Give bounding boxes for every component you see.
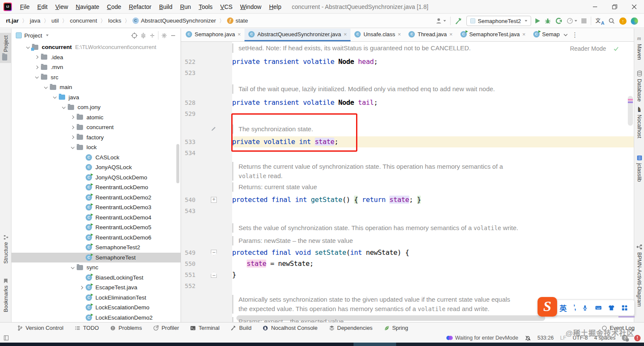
sogou-ime-logo[interactable]: S (538, 297, 557, 317)
editor-tab-thread-java[interactable]: CThread.java× (405, 29, 456, 41)
chevron-right-icon[interactable] (68, 136, 77, 138)
close-icon[interactable]: × (238, 32, 241, 37)
nocalhost-status[interactable]: Waiting for enter DevMode (446, 335, 518, 341)
chevron-down-icon[interactable] (50, 96, 59, 98)
toolwindow-button-problems[interactable]: Problems (110, 325, 142, 331)
build-hammer-icon[interactable] (455, 17, 462, 25)
editor-tab-semap[interactable]: CSemap (529, 29, 561, 41)
code-editor[interactable]: setHead. Note: If head exists, its waitS… (181, 42, 634, 322)
toolwindow-button-dependencies[interactable]: Dependencies (329, 325, 373, 331)
run-with-coverage-button[interactable] (555, 17, 562, 24)
stop-button[interactable] (581, 18, 586, 23)
toolwindow-toggle-icon[interactable] (3, 335, 9, 341)
close-icon[interactable]: × (344, 32, 347, 37)
menu-item-refactor[interactable]: Refactor (125, 0, 155, 14)
tree-item-biasedlockingtest[interactable]: CBiasedLockingTest (12, 273, 181, 283)
fold-marker-icon[interactable] (211, 197, 217, 203)
breadcrumb-item-concurrent[interactable]: concurrent (70, 17, 97, 24)
inspections-ok-icon[interactable] (613, 46, 619, 52)
menu-item-edit[interactable]: Edit (34, 0, 52, 14)
breadcrumb-item-util[interactable]: util (52, 17, 59, 24)
tabs-more-icon[interactable]: ⋮ (570, 29, 580, 41)
ime-mic-icon[interactable] (582, 305, 588, 311)
toolwindow-button-spring[interactable]: Spring (384, 325, 408, 331)
tree-item-reentrantlockdemo3[interactable]: CReentrantLockDemo3 (12, 202, 181, 213)
tool-tab-maven[interactable]: mMaven (634, 35, 644, 60)
tree-item-semaphonetest2[interactable]: CSemaphoneTest2 (12, 242, 181, 253)
tree-item-escapetest-java[interactable]: CEscapeTest.java (12, 283, 181, 293)
doc-comment-line[interactable]: setHead. Note: If head exists, its waitS… (181, 42, 634, 56)
tree-item-reentrantlockdemo4[interactable]: CReentrantLockDemo4 (12, 213, 181, 223)
project-panel-title[interactable]: Project (24, 32, 42, 39)
tree-item-reentrantlockdemo6[interactable]: CReentrantLockDemo6 (12, 233, 181, 243)
toolwindow-button-nocalhost-console[interactable]: Nocalhost Console (262, 325, 317, 331)
menu-item-code[interactable]: Code (103, 0, 125, 14)
tool-tab-database[interactable]: Database (634, 70, 644, 102)
tool-tab-structure[interactable]: Structure (0, 232, 12, 266)
expand-all-icon[interactable] (140, 32, 147, 39)
tree-item-jonyaqslockdemo[interactable]: CJonyAQSLockDemo (12, 173, 181, 183)
breadcrumb-item-state[interactable]: fstate (227, 17, 248, 24)
translate-icon[interactable]: 文A (595, 17, 604, 25)
code-line[interactable]: 549protected final void setState(int new… (181, 247, 634, 258)
ime-toolbox-icon[interactable] (621, 305, 628, 311)
editor-tab-unsafe-class[interactable]: CUnsafe.class× (351, 29, 405, 41)
user-profile-icon[interactable] (435, 17, 446, 24)
doc-comment-line[interactable]: Tail of the wait queue, lazily initializ… (181, 78, 634, 97)
chevron-right-icon[interactable] (32, 56, 41, 58)
doc-comment-line[interactable]: The synchronization state. (181, 119, 634, 136)
breadcrumb-item-locks[interactable]: locks (108, 17, 121, 24)
tree-item--mvn[interactable]: .mvn (12, 62, 181, 72)
settings-gear-icon[interactable] (161, 32, 167, 39)
tree-item-factory[interactable]: factory (12, 133, 181, 143)
tree-item-caslock[interactable]: CCASLock (12, 153, 181, 163)
editor-tab-semaphore-java[interactable]: CSemaphore.java× (182, 29, 244, 41)
code-line[interactable]: 522private transient volatile Node head; (181, 56, 634, 67)
locate-file-icon[interactable] (131, 32, 138, 39)
tool-tab-bookmarks[interactable]: Bookmarks (0, 276, 12, 315)
menu-item-navigate[interactable]: Navigate (72, 0, 103, 14)
breadcrumb-item-rt.jar[interactable]: rt.jar (6, 17, 19, 24)
chevron-down-icon[interactable] (68, 266, 77, 269)
tree-item-sync[interactable]: sync (12, 262, 181, 273)
tool-tab-project[interactable]: Project (0, 33, 12, 63)
chevron-right-icon[interactable] (77, 286, 86, 289)
chevron-right-icon[interactable] (32, 66, 41, 69)
doc-comment-line[interactable]: Returns: current state value (181, 182, 634, 194)
run-configuration-select[interactable]: SemaphoneTest2 (466, 16, 531, 26)
tree-item-concurrent[interactable]: concurrent (12, 122, 181, 133)
doc-comment-line[interactable]: Sets the value of synchronization state.… (181, 216, 634, 236)
error-indicator-icon[interactable]: ! (634, 335, 641, 341)
tree-item--idea[interactable]: .idea (12, 52, 181, 63)
doc-comment-line[interactable]: Returns the current value of synchroniza… (181, 159, 634, 182)
toolwindow-button-terminal[interactable]: Terminal (190, 325, 219, 331)
code-line[interactable]: 551} (181, 269, 634, 280)
debug-button[interactable] (544, 17, 551, 24)
fold-marker-icon[interactable] (211, 250, 217, 256)
ime-skin-icon[interactable] (608, 305, 615, 311)
tree-item-src[interactable]: src (12, 72, 181, 83)
notifications-off-icon[interactable] (525, 335, 531, 341)
chevron-right-icon[interactable] (68, 126, 77, 129)
menu-item-help[interactable]: Help (265, 0, 285, 14)
tree-item-lockescalationdemo2[interactable]: CLockEscalationDemo2 (12, 313, 181, 323)
ime-keyboard-icon[interactable] (595, 304, 602, 311)
breadcrumb-item-abstractqueuedsynchronizer[interactable]: CAbstractQueuedSynchronizer (132, 17, 216, 24)
toolwindow-button-todo[interactable]: TODO (75, 325, 99, 331)
editor-horizontal-scrollbar[interactable] (236, 315, 545, 321)
edit-pencil-icon[interactable] (211, 125, 217, 131)
menu-item-window[interactable]: Window (236, 0, 265, 14)
tree-item-main[interactable]: main (12, 82, 181, 92)
collapse-all-icon[interactable] (149, 32, 155, 39)
chevron-down-icon[interactable] (59, 106, 68, 109)
editor-tab-semaphoretest-java[interactable]: CSemaphoreTest.java× (457, 29, 529, 41)
tree-item-lockescalationdemo[interactable]: CLockEscalationDemo (12, 303, 181, 313)
tree-item-com-jony[interactable]: com.jony (12, 102, 181, 112)
fold-marker-icon[interactable] (211, 272, 217, 278)
close-icon[interactable]: × (398, 32, 401, 37)
ime-punctuation-toggle[interactable]: ’, (573, 304, 575, 311)
tree-item-atomic[interactable]: atomic (12, 112, 181, 123)
menu-item-run[interactable]: Run (176, 0, 195, 14)
chevron-down-icon[interactable] (41, 86, 50, 89)
code-line[interactable]: 528private transient volatile Node tail; (181, 97, 634, 108)
